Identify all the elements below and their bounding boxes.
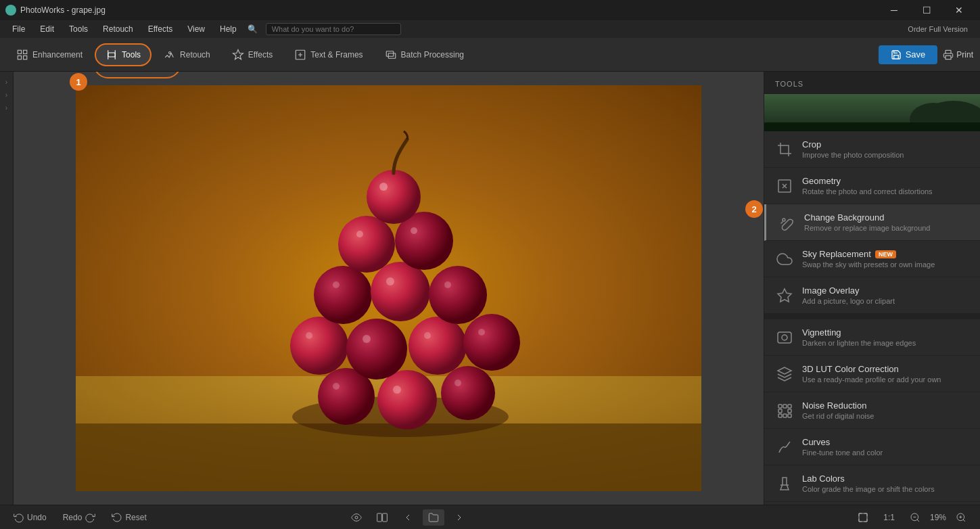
svg-point-30 bbox=[411, 227, 417, 234]
zoom-1to1-button[interactable]: 1:1 bbox=[878, 510, 900, 525]
tools-panel-title: TOOLS bbox=[775, 80, 803, 88]
right-panel-header: TOOLS bbox=[764, 72, 980, 94]
zoom-in-icon bbox=[956, 512, 966, 523]
menu-view[interactable]: View bbox=[181, 22, 212, 36]
enhancement-button[interactable]: Enhancement bbox=[7, 45, 92, 65]
svg-rect-54 bbox=[788, 409, 791, 413]
menu-effects[interactable]: Effects bbox=[141, 22, 179, 36]
effects-button[interactable]: Effects bbox=[223, 45, 282, 65]
svg-point-37 bbox=[478, 329, 485, 336]
svg-rect-53 bbox=[778, 409, 782, 413]
step-badge-1: 1 bbox=[70, 73, 87, 91]
noise-reduction-tool-text: Noise Reduction Get rid of digital noise bbox=[802, 400, 969, 420]
toolbar-right: Save Print bbox=[879, 45, 973, 64]
curves-title: Curves bbox=[802, 437, 969, 447]
retouch-icon bbox=[164, 49, 176, 61]
zoom-in-button[interactable] bbox=[950, 509, 972, 526]
search-input[interactable] bbox=[266, 23, 401, 35]
titlebar-controls[interactable]: ─ ☐ ✕ bbox=[879, 0, 975, 20]
redo-button[interactable]: Redo bbox=[57, 509, 101, 526]
tool-item-sky-replacement[interactable]: Sky Replacement NEW Swap the sky with pr… bbox=[764, 241, 980, 277]
svg-rect-52 bbox=[788, 405, 791, 408]
print-icon bbox=[943, 49, 954, 60]
retouch-button[interactable]: Retouch bbox=[154, 45, 220, 65]
crop-tool-text: Crop Improve the photo composition bbox=[802, 139, 969, 159]
menu-retouch[interactable]: Retouch bbox=[96, 22, 140, 36]
reset-icon bbox=[112, 512, 122, 523]
tools-icon bbox=[106, 49, 118, 61]
menu-tools[interactable]: Tools bbox=[62, 22, 95, 36]
sky-replacement-icon bbox=[775, 250, 794, 269]
geometry-desc: Rotate the photo and correct distortions bbox=[802, 187, 969, 196]
svg-point-5 bbox=[169, 51, 171, 53]
tools-button[interactable]: Tools bbox=[95, 43, 151, 66]
redo-icon bbox=[85, 512, 95, 523]
zoom-out-button[interactable] bbox=[904, 509, 926, 526]
svg-point-16 bbox=[377, 370, 437, 430]
svg-point-32 bbox=[386, 277, 394, 285]
svg-point-46 bbox=[783, 218, 785, 221]
tool-item-3d-lut[interactable]: 3D LUT Color Correction Use a ready-made… bbox=[764, 356, 980, 392]
new-badge: NEW bbox=[875, 250, 896, 258]
lab-colors-icon bbox=[775, 474, 794, 493]
maximize-button[interactable]: ☐ bbox=[911, 0, 942, 20]
save-button[interactable]: Save bbox=[879, 45, 938, 64]
curves-tool-text: Curves Fine-tune tone and color bbox=[802, 437, 969, 457]
sky-replacement-tool-text: Sky Replacement NEW Swap the sky with pr… bbox=[802, 249, 969, 269]
panel-hero-image bbox=[764, 94, 980, 131]
curves-desc: Fine-tune tone and color bbox=[802, 448, 969, 457]
svg-rect-4 bbox=[108, 53, 116, 57]
tool-item-image-overlay[interactable]: Image Overlay Add a picture, logo or cli… bbox=[764, 277, 980, 314]
curves-icon bbox=[775, 438, 794, 457]
chevron-left-icon bbox=[402, 512, 413, 523]
tool-item-vignetting[interactable]: Vignetting Darken or lighten the image e… bbox=[764, 319, 980, 356]
print-label: Print bbox=[956, 50, 973, 60]
nav-next-button[interactable] bbox=[448, 509, 470, 526]
tool-item-lab-colors[interactable]: Lab Colors Color grade the image or shif… bbox=[764, 465, 980, 502]
order-full-version-link[interactable]: Order Full Version bbox=[908, 25, 968, 33]
svg-point-27 bbox=[367, 170, 421, 224]
toolbar: Enhancement Tools Retouch Effects Text &… bbox=[0, 38, 980, 72]
vignetting-desc: Darken or lighten the image edges bbox=[802, 339, 969, 347]
zoom-1to1-label: 1:1 bbox=[883, 513, 895, 522]
menu-file[interactable]: File bbox=[5, 22, 32, 36]
sidebar-arrow-2[interactable]: › bbox=[5, 91, 7, 99]
svg-rect-62 bbox=[859, 513, 867, 522]
nav-prev-button[interactable] bbox=[397, 509, 419, 526]
photo-container bbox=[76, 85, 701, 491]
svg-rect-8 bbox=[386, 51, 394, 56]
3d-lut-desc: Use a ready-made profile or add your own bbox=[802, 375, 969, 384]
minimize-button[interactable]: ─ bbox=[879, 0, 910, 20]
3d-lut-title: 3D LUT Color Correction bbox=[802, 364, 969, 374]
svg-rect-56 bbox=[783, 414, 787, 417]
sidebar-arrow-3[interactable]: › bbox=[5, 104, 7, 112]
svg-rect-51 bbox=[783, 405, 787, 408]
menu-edit[interactable]: Edit bbox=[33, 22, 61, 36]
undo-button[interactable]: Undo bbox=[8, 509, 52, 526]
tool-item-noise-reduction[interactable]: Noise Reduction Get rid of digital noise bbox=[764, 392, 980, 429]
tool-item-curves[interactable]: Curves Fine-tune tone and color bbox=[764, 429, 980, 465]
before-after-button[interactable] bbox=[371, 509, 393, 526]
eye-icon bbox=[351, 512, 362, 523]
close-button[interactable]: ✕ bbox=[943, 0, 975, 20]
print-button[interactable]: Print bbox=[943, 49, 973, 60]
right-panel: TOOLS bbox=[764, 72, 980, 505]
sidebar-arrow-1[interactable]: › bbox=[5, 78, 7, 86]
preview-toggle-button[interactable] bbox=[346, 509, 367, 526]
enhancement-icon bbox=[16, 49, 28, 61]
open-file-button[interactable] bbox=[423, 509, 444, 526]
fit-button[interactable] bbox=[852, 509, 874, 526]
tool-item-geometry[interactable]: Geometry Rotate the photo and correct di… bbox=[764, 168, 980, 204]
svg-point-35 bbox=[363, 335, 371, 343]
text-frames-button[interactable]: Text & Frames bbox=[285, 45, 372, 65]
menu-help[interactable]: Help bbox=[213, 22, 243, 36]
svg-point-21 bbox=[463, 314, 520, 371]
tool-item-crop[interactable]: Crop Improve the photo composition bbox=[764, 131, 980, 168]
reset-button[interactable]: Reset bbox=[106, 509, 151, 526]
zoom-out-icon bbox=[910, 512, 920, 523]
noise-reduction-desc: Get rid of digital noise bbox=[802, 412, 969, 420]
effects-label: Effects bbox=[248, 50, 273, 60]
tool-item-change-background[interactable]: Change Background Remove or replace imag… bbox=[764, 204, 980, 241]
batch-processing-button[interactable]: Batch Processing bbox=[375, 45, 473, 65]
svg-rect-2 bbox=[18, 55, 21, 59]
